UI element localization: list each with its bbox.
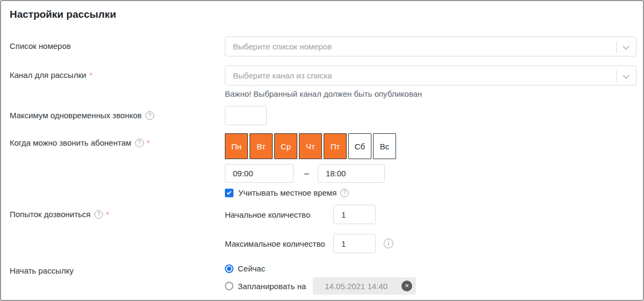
radio-dot bbox=[227, 267, 231, 271]
initial-count-input[interactable] bbox=[333, 205, 376, 224]
start-now-row: Сейчас bbox=[225, 264, 635, 273]
start-now-label[interactable]: Сейчас bbox=[238, 264, 265, 273]
day-button-sun[interactable]: Вс bbox=[373, 133, 396, 159]
max-calls-label: Максимум одновременных звонков bbox=[10, 111, 142, 120]
chevron-down-icon[interactable] bbox=[623, 72, 630, 79]
day-button-tue[interactable]: Вт bbox=[250, 133, 273, 159]
help-icon[interactable]: ? bbox=[145, 111, 154, 120]
start-campaign-label: Начать рассылку bbox=[10, 266, 74, 275]
select-divider bbox=[616, 70, 617, 82]
number-list-placeholder: Выберите список номеров bbox=[233, 42, 332, 51]
mailing-settings-panel: Настройки рассылки Список номеров Выбери… bbox=[0, 0, 644, 301]
checkmark-icon bbox=[227, 190, 231, 194]
local-time-label[interactable]: Учитывать местное время bbox=[238, 188, 336, 197]
schedule-datetime-input[interactable] bbox=[313, 277, 416, 295]
info-icon[interactable]: i bbox=[384, 239, 393, 248]
range-dash: – bbox=[304, 169, 309, 178]
channel-label: Канал для рассылки bbox=[10, 70, 86, 80]
day-button-fri[interactable]: Пт bbox=[324, 133, 347, 159]
day-button-sat[interactable]: Сб bbox=[348, 133, 371, 159]
required-asterisk: * bbox=[90, 71, 92, 80]
initial-count-row: Начальное количество bbox=[225, 205, 635, 224]
day-button-wed[interactable]: Ср bbox=[274, 133, 297, 159]
chevron-down-icon[interactable] bbox=[623, 43, 630, 50]
field-call-window: Когда можно звонить абонентам ? * Пн Вт … bbox=[10, 133, 635, 197]
field-max-concurrent-calls: Максимум одновременных звонков ? bbox=[10, 106, 635, 125]
channel-placeholder: Выберите канал из списка bbox=[233, 71, 332, 80]
number-list-select[interactable]: Выберите список номеров bbox=[225, 37, 636, 56]
field-number-list: Список номеров Выберите список номеров bbox=[10, 37, 635, 56]
channel-select[interactable]: Выберите канал из списка bbox=[225, 66, 636, 85]
page-title: Настройки рассылки bbox=[10, 9, 635, 20]
schedule-label[interactable]: Запланировать на bbox=[238, 282, 306, 291]
field-dial-attempts: Попыток дозвониться ? * Начальное количе… bbox=[10, 205, 635, 253]
help-icon[interactable]: ? bbox=[135, 139, 144, 147]
day-button-mon[interactable]: Пн bbox=[225, 133, 248, 159]
start-now-radio[interactable] bbox=[225, 264, 233, 273]
max-calls-input[interactable] bbox=[225, 106, 267, 125]
number-list-label: Список номеров bbox=[10, 41, 71, 51]
schedule-datetime-wrap: ✕ bbox=[313, 277, 416, 295]
select-divider bbox=[616, 41, 617, 53]
time-range-row: – bbox=[225, 164, 635, 183]
help-icon[interactable]: ? bbox=[94, 210, 103, 219]
max-count-input[interactable] bbox=[333, 234, 376, 253]
field-start-campaign: Начать рассылку Сейчас Запланировать на … bbox=[10, 264, 635, 295]
weekday-toggle-group: Пн Вт Ср Чт Пт Сб Вс bbox=[225, 133, 635, 159]
max-count-label: Максимальное количество bbox=[225, 239, 327, 248]
required-asterisk: * bbox=[106, 210, 109, 219]
initial-count-label: Начальное количество bbox=[225, 210, 327, 219]
schedule-row: Запланировать на ✕ bbox=[225, 277, 635, 295]
field-channel: Канал для рассылки * Выберите канал из с… bbox=[10, 66, 635, 98]
dial-attempts-label: Попыток дозвониться bbox=[10, 210, 91, 219]
max-count-row: Максимальное количество i bbox=[225, 234, 635, 253]
call-window-label: Когда можно звонить абонентам bbox=[10, 138, 131, 147]
channel-note: Важно! Выбранный канал должен быть опубл… bbox=[225, 89, 636, 98]
required-asterisk: * bbox=[147, 139, 150, 147]
local-time-checkbox[interactable] bbox=[225, 189, 233, 197]
help-icon[interactable]: ? bbox=[340, 189, 349, 197]
time-from-input[interactable] bbox=[225, 164, 294, 183]
day-button-thu[interactable]: Чт bbox=[299, 133, 322, 159]
time-to-input[interactable] bbox=[318, 164, 385, 183]
schedule-radio[interactable] bbox=[225, 282, 233, 290]
local-time-row: Учитывать местное время ? bbox=[225, 188, 635, 197]
